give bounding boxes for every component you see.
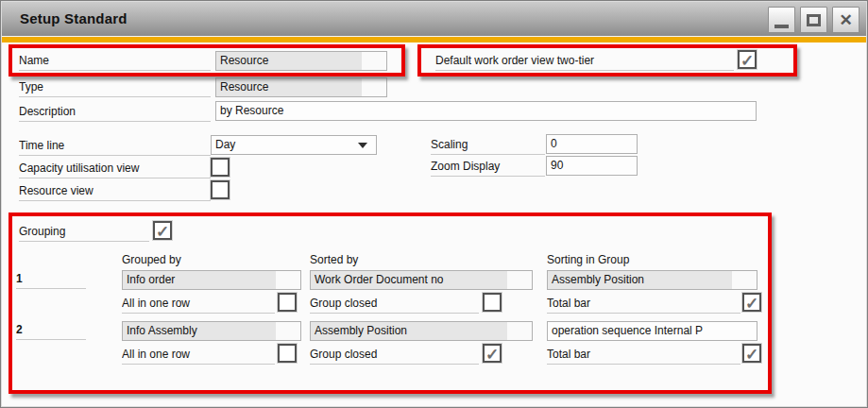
row1-sorting-in-group-field[interactable]: Assembly Position — [547, 270, 757, 290]
check-icon: ✓ — [740, 54, 754, 68]
close-button[interactable]: ✕ — [832, 7, 859, 33]
type-label: Type — [19, 77, 211, 97]
default-two-tier-checkbox[interactable]: ✓ — [738, 50, 757, 69]
name-field[interactable]: Resource — [215, 51, 387, 71]
timeline-label: Time line — [19, 136, 211, 156]
zoom-display-field[interactable]: 90 — [546, 156, 638, 176]
close-icon: ✕ — [839, 12, 852, 28]
zoom-display-label: Zoom Display — [431, 157, 545, 177]
timeline-value: Day — [215, 138, 235, 151]
check-icon: ✓ — [745, 348, 758, 362]
row1-group-closed-checkbox[interactable] — [483, 293, 502, 312]
row1-grouped-by-field[interactable]: Info order — [122, 270, 301, 290]
description-label: Description — [19, 102, 211, 122]
row2-sorted-by-field[interactable]: Assembly Position — [310, 321, 533, 341]
sorted-by-header: Sorted by — [310, 253, 358, 270]
group-row-number: 1 — [16, 269, 86, 289]
setup-standard-dialog: Setup Standard ✕ Name Resource Default w… — [0, 0, 868, 408]
name-label: Name — [19, 51, 211, 71]
row1-total-bar-checkbox[interactable]: ✓ — [742, 293, 761, 312]
row2-group-closed-checkbox[interactable]: ✓ — [483, 344, 502, 363]
check-icon: ✓ — [156, 225, 169, 239]
description-field[interactable]: by Resource — [215, 101, 757, 121]
row1-group-closed-label: Group closed — [310, 294, 479, 314]
row1-total-bar-label: Total bar — [547, 294, 740, 314]
row2-total-bar-label: Total bar — [547, 345, 740, 365]
row2-total-bar-checkbox[interactable]: ✓ — [742, 344, 761, 363]
minimize-icon — [774, 25, 789, 28]
timeline-dropdown[interactable]: Day — [211, 135, 377, 155]
default-two-tier-label: Default work order view two-tier — [435, 51, 734, 71]
resource-view-checkbox[interactable] — [211, 180, 230, 199]
row2-all-in-one-row-label: All in one row — [122, 345, 275, 365]
row2-sorting-in-group-field[interactable]: operation sequence Internal P — [547, 321, 757, 341]
capacity-view-checkbox[interactable] — [211, 158, 230, 177]
grouping-label: Grouping — [19, 222, 149, 242]
capacity-view-label: Capacity utilisation view — [19, 159, 211, 178]
accent-bar — [2, 37, 866, 43]
maximize-icon — [807, 14, 821, 26]
page-title: Setup Standard — [20, 10, 128, 26]
group-row-number: 2 — [16, 320, 86, 340]
row2-grouped-by-field[interactable]: Info Assembly — [122, 321, 301, 341]
row2-all-in-one-row-checkbox[interactable] — [278, 344, 297, 363]
row1-sorted-by-field[interactable]: Work Order Document no — [310, 270, 533, 290]
row1-all-in-one-row-checkbox[interactable] — [278, 293, 297, 312]
check-icon: ✓ — [745, 297, 758, 311]
scaling-label: Scaling — [431, 135, 545, 155]
title-bar[interactable]: Setup Standard — [2, 2, 866, 37]
scaling-field[interactable]: 0 — [546, 134, 638, 154]
row1-all-in-one-row-label: All in one row — [122, 294, 275, 314]
grouped-by-header: Grouped by — [122, 253, 181, 270]
chevron-down-icon — [358, 143, 367, 148]
row2-group-closed-label: Group closed — [310, 345, 479, 365]
check-icon: ✓ — [485, 348, 499, 362]
minimize-button[interactable] — [768, 7, 795, 33]
sorting-in-group-header: Sorting in Group — [547, 253, 629, 270]
maximize-button[interactable] — [800, 7, 827, 33]
grouping-checkbox[interactable]: ✓ — [153, 221, 172, 240]
type-field[interactable]: Resource — [215, 77, 387, 97]
resource-view-label: Resource view — [19, 181, 211, 201]
